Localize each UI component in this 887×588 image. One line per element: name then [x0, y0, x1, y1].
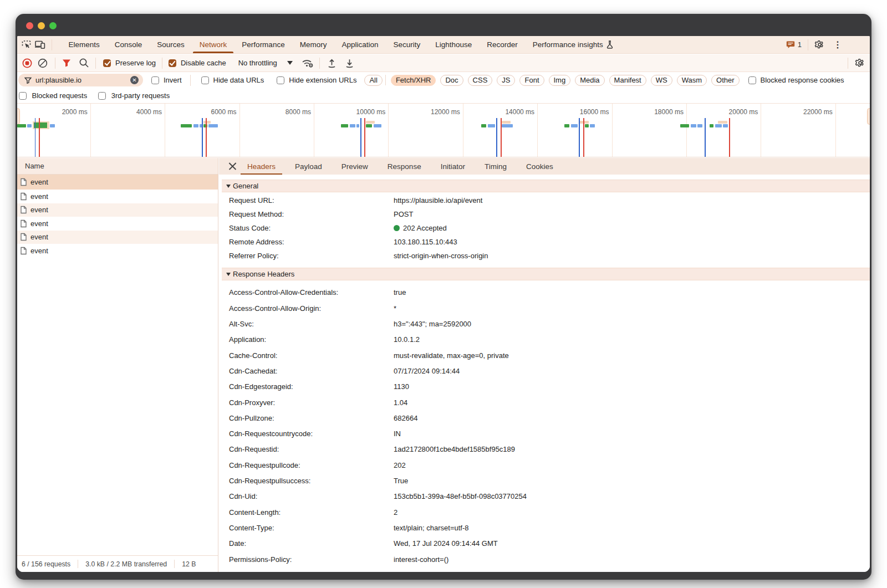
resource-chip-media[interactable]: Media	[575, 75, 604, 86]
search-icon[interactable]	[79, 58, 89, 68]
request-row[interactable]: event	[17, 231, 218, 244]
resource-chip-manifest[interactable]: Manifest	[609, 75, 646, 86]
request-row[interactable]: event	[17, 190, 218, 203]
header-value: True	[394, 477, 408, 485]
request-row[interactable]: event	[17, 203, 218, 217]
timeline-gridline	[761, 104, 761, 157]
waterfall-segment	[502, 124, 513, 127]
import-har-icon[interactable]	[327, 58, 337, 68]
third-party-requests-checkbox[interactable]: 3rd-party requests	[98, 91, 170, 100]
resource-chip-css[interactable]: CSS	[468, 75, 493, 86]
header-row: Status Code:202 Accepted	[219, 221, 870, 235]
tab-memory[interactable]: Memory	[292, 36, 334, 53]
tab-application[interactable]: Application	[334, 36, 386, 53]
waterfall-segment	[193, 124, 198, 127]
close-window-button[interactable]	[26, 22, 33, 29]
header-value: 682664	[394, 414, 417, 422]
settings-gear-icon[interactable]	[814, 39, 825, 50]
header-value: text/plain; charset=utf-8	[394, 524, 469, 532]
document-icon	[20, 247, 27, 255]
inspect-element-icon[interactable]	[21, 40, 32, 50]
header-value: IN	[394, 430, 401, 438]
record-network-log-button[interactable]	[22, 58, 32, 68]
resource-chip-all[interactable]: All	[364, 75, 382, 86]
timeline-tick-label: 16000 ms	[580, 108, 609, 116]
header-name: Cdn-Requestid:	[229, 445, 394, 453]
details-tab-payload[interactable]: Payload	[288, 158, 329, 175]
chevron-down-icon[interactable]	[287, 61, 293, 65]
close-details-icon[interactable]	[229, 162, 237, 170]
divider	[52, 39, 52, 50]
timeline-tick-label: 14000 ms	[505, 108, 534, 116]
network-filter-row: ✕ Invert Hide data URLs Hide extension U…	[17, 72, 870, 88]
tab-console[interactable]: Console	[107, 36, 150, 53]
export-har-icon[interactable]	[345, 58, 354, 68]
name-column-header[interactable]: Name	[17, 158, 218, 175]
preserve-log-checkbox[interactable]: Preserve log	[103, 59, 156, 67]
resource-chip-doc[interactable]: Doc	[440, 75, 463, 86]
resource-chip-other[interactable]: Other	[711, 75, 740, 86]
resource-chip-img[interactable]: Img	[549, 75, 571, 86]
filter-icon[interactable]	[62, 59, 71, 67]
resource-chip-wasm[interactable]: Wasm	[677, 75, 707, 86]
header-name: Cdn-Requestpullcode:	[229, 461, 394, 469]
tab-network[interactable]: Network	[192, 36, 235, 53]
resource-chip-font[interactable]: Font	[519, 75, 544, 86]
timeline-tick-label: 12000 ms	[431, 108, 460, 116]
resource-chip-fetch-xhr[interactable]: Fetch/XHR	[391, 75, 436, 86]
tab-sources[interactable]: Sources	[150, 36, 192, 53]
details-tab-headers[interactable]: Headers	[240, 158, 283, 175]
details-tab-cookies[interactable]: Cookies	[519, 158, 560, 175]
tab-elements[interactable]: Elements	[61, 36, 107, 53]
invert-checkbox[interactable]: Invert	[151, 76, 182, 84]
tab-lighthouse[interactable]: Lighthouse	[428, 36, 480, 53]
tab-recorder[interactable]: Recorder	[480, 36, 526, 53]
resource-chip-ws[interactable]: WS	[651, 75, 672, 86]
blocked-requests-checkbox[interactable]: Blocked requests	[19, 91, 87, 100]
header-row: Cache-Control:must-revalidate, max-age=0…	[219, 347, 870, 363]
clear-filter-icon[interactable]: ✕	[130, 76, 139, 84]
resource-chip-js[interactable]: JS	[497, 75, 515, 86]
tab-performance[interactable]: Performance	[235, 36, 292, 53]
details-tab-response[interactable]: Response	[380, 158, 429, 175]
issues-indicator[interactable]: 1	[786, 40, 802, 49]
tab-performance-insights[interactable]: Performance insights	[525, 36, 621, 53]
details-tab-timing[interactable]: Timing	[477, 158, 514, 175]
tab-security[interactable]: Security	[386, 36, 428, 53]
header-value: *	[394, 304, 396, 313]
network-filter-input[interactable]	[35, 76, 119, 84]
clear-network-log-button[interactable]	[38, 58, 48, 68]
network-overview-timeline[interactable]: 2000 ms4000 ms6000 ms8000 ms10000 ms1200…	[17, 104, 870, 157]
issues-bubble-icon	[786, 40, 795, 49]
request-details-pane: HeadersPayloadPreviewResponseInitiatorTi…	[219, 158, 870, 572]
header-value: 1130	[394, 382, 409, 391]
network-conditions-icon[interactable]	[301, 58, 314, 68]
overview-grip-right[interactable]	[867, 108, 870, 125]
header-name: Alt-Svc:	[229, 320, 394, 328]
waterfall-segment	[718, 121, 727, 124]
timeline-gridline	[686, 104, 687, 157]
details-tab-initiator[interactable]: Initiator	[434, 158, 472, 175]
timeline-gridline	[239, 104, 240, 157]
hide-extension-urls-checkbox[interactable]: Hide extension URLs	[277, 76, 356, 84]
disable-cache-checkbox[interactable]: Disable cache	[169, 59, 226, 67]
details-tab-preview[interactable]: Preview	[334, 158, 375, 175]
hide-data-urls-checkbox[interactable]: Hide data URLs	[201, 76, 264, 84]
network-settings-gear-icon[interactable]	[855, 58, 865, 68]
section-header-response-headers[interactable]: Response Headers	[222, 268, 870, 280]
more-options-icon[interactable]: ⋮	[833, 39, 842, 50]
minimize-window-button[interactable]	[38, 22, 45, 29]
overview-grip-left[interactable]	[17, 108, 20, 125]
request-row[interactable]: event	[17, 244, 218, 258]
status-item: 3.0 kB / 2.2 MB transferred	[78, 560, 174, 568]
blocked-response-cookies-checkbox[interactable]: Blocked response cookies	[748, 76, 844, 84]
header-row: Date:Wed, 17 Jul 2024 09:14:44 GMT	[219, 536, 870, 551]
throttling-dropdown[interactable]: No throttling	[238, 59, 277, 67]
section-header-general[interactable]: General	[222, 180, 870, 192]
request-row[interactable]: event	[17, 217, 218, 231]
device-toolbar-icon[interactable]	[34, 40, 45, 49]
header-row: Permissions-Policy:interest-cohort=()	[219, 551, 870, 567]
request-row[interactable]: event	[17, 175, 218, 190]
waterfall-segment	[723, 124, 728, 127]
zoom-window-button[interactable]	[49, 22, 57, 29]
